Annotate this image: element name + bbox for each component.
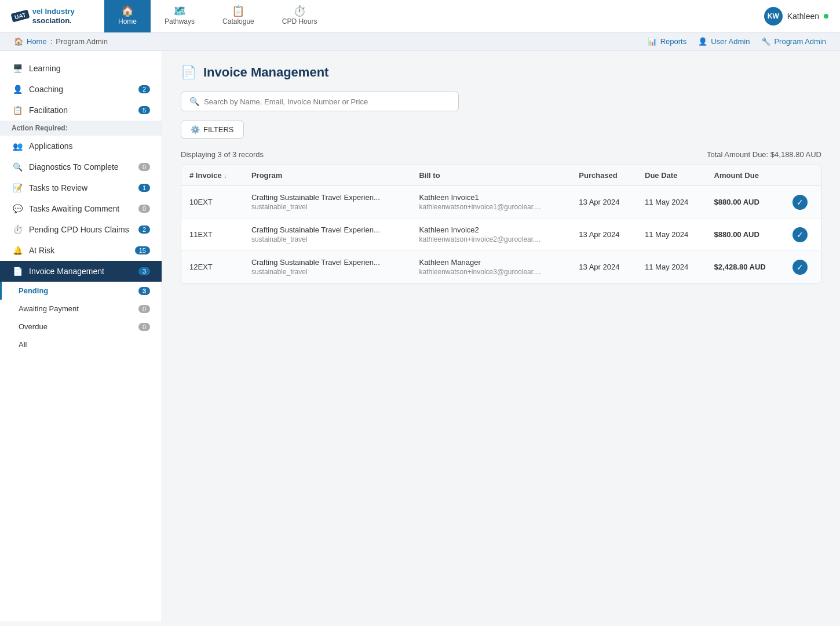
display-count: Displaying 3 of 3 records [181,150,264,159]
page-header: 📄 Invoice Management [181,65,821,80]
logo-area: UAT vel Industry ssociation. [0,7,104,25]
due-date: 11 May 2024 [637,186,706,219]
sidebar-item-applications[interactable]: 👥Applications [0,136,162,156]
nav-item-catalogue[interactable]: 📋Catalogue [209,0,268,32]
sidebar-item-coaching[interactable]: 👤Coaching2 [0,79,162,100]
sub-item-all[interactable]: All [0,336,162,354]
sidebar-item-tasks-to-review[interactable]: 📝Tasks to Review1 [0,177,162,198]
sidebar-icon: 🔔 [12,246,23,255]
sidebar-item-tasks-awaiting-comment[interactable]: 💬Tasks Awaiting Comment0 [0,198,162,219]
table-row: 11EXT Crafting Sustainable Travel Experi… [181,219,821,251]
action-cell[interactable]: ✓ [784,219,821,251]
online-indicator [824,14,828,19]
page-title: Invoice Management [203,65,328,80]
page-header-icon: 📄 [181,65,196,80]
col-header-bill-to: Bill to [411,165,571,186]
action-cell[interactable]: ✓ [784,186,821,219]
table-meta: Displaying 3 of 3 records Total Amount D… [181,150,821,159]
uat-badge: UAT [11,9,30,22]
table-row: 10EXT Crafting Sustainable Travel Experi… [181,186,821,219]
current-page: Program Admin [56,37,108,46]
sidebar-item-learning[interactable]: 🖥️Learning [0,58,162,79]
home-link[interactable]: Home [27,37,47,46]
action-button[interactable]: ✓ [792,195,808,210]
user-name: Kathleen [787,12,819,21]
breadcrumb-action-user-admin[interactable]: 👤User Admin [698,37,750,46]
bill-to: Kathleen Invoice2 kathleenwatson+invoice… [411,219,571,251]
bill-to: Kathleen Manager kathleenwatson+invoice3… [411,251,571,283]
action-button[interactable]: ✓ [792,227,808,242]
badge: 0 [138,163,150,171]
user-area: KW Kathleen [764,7,840,26]
nav-item-home[interactable]: 🏠Home [104,0,151,32]
breadcrumb-action-program-admin[interactable]: 🔧Program Admin [761,37,826,46]
due-date: 11 May 2024 [637,251,706,283]
badge: 2 [138,225,150,234]
breadcrumb-action-reports[interactable]: 📊Reports [648,37,687,46]
action-button[interactable]: ✓ [792,260,808,275]
sidebar-icon: 👥 [12,141,23,151]
action-cell[interactable]: ✓ [784,251,821,283]
badge: 5 [138,106,150,114]
sidebar-icon: 📋 [12,105,23,115]
sub-item-awaiting-payment[interactable]: Awaiting Payment0 [0,300,162,318]
nav-item-pathways[interactable]: 🗺️Pathways [151,0,209,32]
logo-text: vel Industry ssociation. [32,7,75,25]
sub-item-overdue[interactable]: Overdue0 [0,318,162,336]
total-amount: Total Amount Due: $4,188.80 AUD [707,150,821,159]
sub-badge: 3 [138,287,150,295]
col-header-due-date: Due Date [637,165,706,186]
filters-label: FILTERS [203,125,234,134]
badge: 1 [138,184,150,192]
sidebar-item-at-risk[interactable]: 🔔At Risk15 [0,240,162,261]
search-icon: 🔍 [189,97,199,106]
program: Crafting Sustainable Travel Experien... … [243,219,411,251]
sidebar-icon: 👤 [12,85,23,94]
badge: 2 [138,85,150,93]
purchased: 13 Apr 2024 [571,251,637,283]
filter-icon: ⚙️ [191,125,200,134]
sub-item-pending[interactable]: Pending3 [0,282,162,300]
badge: 15 [135,246,150,254]
sub-badge: 0 [138,323,150,331]
sidebar-item-facilitation[interactable]: 📋Facilitation5 [0,100,162,121]
invoice-num: 12EXT [181,251,243,283]
invoice-table: # Invoice ↓ProgramBill toPurchasedDue Da… [181,165,821,283]
purchased: 13 Apr 2024 [571,186,637,219]
sub-badge: 0 [138,305,150,313]
content-area: 📄 Invoice Management 🔍 ⚙️ FILTERS Displa… [162,51,840,621]
home-icon: 🏠 [14,37,23,46]
invoice-num: 11EXT [181,219,243,251]
action-required-header: Action Required: [0,121,162,136]
amount-due: $880.00 AUD [706,219,785,251]
program: Crafting Sustainable Travel Experien... … [243,186,411,219]
badge: 0 [138,205,150,213]
nav-items: 🏠Home🗺️Pathways📋Catalogue⏱️CPD Hours [104,0,764,32]
sidebar-item-pending-cpd-hours-claims[interactable]: ⏱️Pending CPD Hours Claims2 [0,219,162,240]
col-header-amount-due: Amount Due [706,165,785,186]
filters-button[interactable]: ⚙️ FILTERS [181,121,244,139]
sidebar-icon: 💬 [12,204,23,213]
col-header-purchased: Purchased [571,165,637,186]
col-header---invoice[interactable]: # Invoice ↓ [181,165,243,186]
amount-due: $880.00 AUD [706,186,785,219]
invoice-num: 10EXT [181,186,243,219]
sidebar-item-diagnostics-to-complete[interactable]: 🔍Diagnostics To Complete0 [0,156,162,177]
purchased: 13 Apr 2024 [571,219,637,251]
sidebar-icon: 📝 [12,183,23,192]
nav-item-cpd hours[interactable]: ⏱️CPD Hours [268,0,331,32]
breadcrumb-left: 🏠 Home : Program Admin [14,37,108,46]
table-header-row: # Invoice ↓ProgramBill toPurchasedDue Da… [181,165,821,186]
amount-due: $2,428.80 AUD [706,251,785,283]
search-input[interactable] [204,97,450,106]
sidebar: 🖥️Learning👤Coaching2📋Facilitation5Action… [0,51,162,621]
col-header-program: Program [243,165,411,186]
breadcrumb: 🏠 Home : Program Admin 📊Reports👤User Adm… [0,32,840,51]
search-bar[interactable]: 🔍 [181,92,459,111]
top-navigation: UAT vel Industry ssociation. 🏠Home🗺️Path… [0,0,840,32]
sidebar-item-invoice-management[interactable]: 📄Invoice Management3 [0,261,162,282]
sidebar-icon: 🖥️ [12,64,23,73]
main-layout: 🖥️Learning👤Coaching2📋Facilitation5Action… [0,51,840,621]
badge: 3 [138,267,150,275]
due-date: 11 May 2024 [637,219,706,251]
